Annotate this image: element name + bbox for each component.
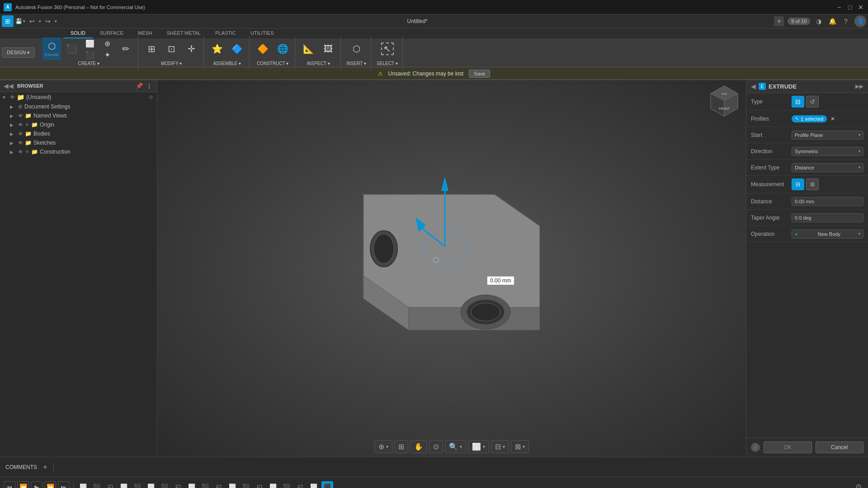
browser-document-settings[interactable]: ▶ ⚙ Document Settings <box>0 102 157 111</box>
app-menu-button[interactable]: ⊞ <box>2 15 14 27</box>
browser-sketches[interactable]: ▶ 👁 📁 Sketches <box>0 138 157 147</box>
browser-expand-button[interactable]: | <box>145 82 153 90</box>
browser-construction[interactable]: ▶ 👁 ✧ 📁 Construction <box>0 147 157 156</box>
inspect-label[interactable]: INSPECT ▾ <box>305 60 332 68</box>
sketch-button[interactable]: ✏ <box>116 38 135 60</box>
play-to-start-button[interactable]: ⏮ <box>4 481 15 488</box>
sketches-eye-icon[interactable]: 👁 <box>18 140 23 145</box>
cancel-button[interactable]: Cancel <box>816 441 864 453</box>
construct-btn-1[interactable]: 🔶 <box>253 38 272 60</box>
bodies-eye-icon[interactable]: 👁 <box>18 131 23 136</box>
browser-bodies[interactable]: ▶ 👁 📁 Bodies <box>0 129 157 138</box>
play-button[interactable]: ▶ <box>31 481 42 488</box>
play-forward-button[interactable]: ⏩ <box>44 481 56 488</box>
timeline-btn-2[interactable]: ⬛ <box>91 481 103 488</box>
viewport-size-button[interactable]: ⬜ ▾ <box>468 440 489 453</box>
select-dropdown[interactable]: SELECT ▾ <box>375 60 400 67</box>
assemble-dropdown[interactable]: ASSEMBLE ▾ <box>211 60 243 67</box>
browser-named-views[interactable]: ▶ 👁 📁 Named Views <box>0 111 157 120</box>
modify-btn-1[interactable]: ⊞ <box>142 38 161 60</box>
timeline-btn-18[interactable]: ⬜ <box>308 481 320 488</box>
timeline-btn-17[interactable]: ◱ <box>294 481 306 488</box>
construction-eye-icon[interactable]: 👁 <box>18 149 23 155</box>
view-cube[interactable]: FRONT TOP <box>706 84 742 120</box>
timeline-btn-4[interactable]: ⬜ <box>118 481 130 488</box>
create-dropdown[interactable]: CREATE ▾ <box>76 60 101 67</box>
measurement-btn-1[interactable]: ⊟ <box>792 178 804 190</box>
help-button[interactable]: ? <box>841 16 851 26</box>
user-avatar[interactable]: 👤 <box>854 15 866 27</box>
direction-dropdown[interactable]: Symmetric ▾ <box>792 147 863 156</box>
orbit-button[interactable]: ✋ <box>410 440 427 453</box>
play-to-end-button[interactable]: ⏭ <box>58 481 70 488</box>
timeline-btn-10[interactable]: ⬛ <box>199 481 211 488</box>
select-label[interactable]: SELECT ▾ <box>375 60 400 68</box>
timeline-btn-15[interactable]: ⬜ <box>267 481 279 488</box>
theme-button[interactable]: ◑ <box>814 16 824 26</box>
create-solid-btn[interactable]: ⬛ <box>62 38 81 60</box>
inspect-btn-2[interactable]: 🖼 <box>319 38 338 60</box>
measurement-btn-2[interactable]: ⊠ <box>806 178 819 190</box>
panel-collapse-left[interactable]: ◀ <box>751 83 756 90</box>
distance-input[interactable] <box>792 197 863 206</box>
create-btn-3[interactable]: ⊕ <box>99 38 115 49</box>
create-btn-4[interactable]: ✦ <box>99 49 115 60</box>
look-at-button[interactable]: ⊙ <box>429 440 443 453</box>
redo-button[interactable]: ↪ <box>43 16 53 26</box>
display-settings-button[interactable]: ⊠ ▾ <box>511 440 529 453</box>
inspect-btn-1[interactable]: 📐 <box>299 38 318 60</box>
modify-dropdown[interactable]: MODIFY ▾ <box>159 60 184 67</box>
notification-bell[interactable]: 🔔 <box>827 16 837 26</box>
timeline-btn-6[interactable]: ⬜ <box>145 481 157 488</box>
close-button[interactable]: ✕ <box>857 4 864 11</box>
zoom-button[interactable]: 🔍 ▾ <box>445 440 466 453</box>
modify-label[interactable]: MODIFY ▾ <box>159 60 184 68</box>
design-button[interactable]: DESIGN ▾ <box>2 47 35 58</box>
select-btn[interactable]: ↖ <box>378 38 397 60</box>
file-button[interactable]: 💾▾ <box>15 18 25 24</box>
type-extrude-btn[interactable]: ⊟ <box>792 96 804 108</box>
maximize-button[interactable]: □ <box>846 4 854 11</box>
inspect-dropdown[interactable]: INSPECT ▾ <box>305 60 332 67</box>
taper-input[interactable] <box>792 213 863 222</box>
create-btn-1[interactable]: ⬜ <box>82 38 98 49</box>
play-back-button[interactable]: ⏪ <box>17 481 29 488</box>
assemble-label[interactable]: ASSEMBLE ▾ <box>211 60 243 68</box>
grid-display-button[interactable]: ⊟ ▾ <box>491 440 509 453</box>
timeline-btn-5[interactable]: ⬛ <box>132 481 143 488</box>
minimize-button[interactable]: − <box>835 4 843 11</box>
profiles-pill[interactable]: ↖ 1 selected <box>792 115 827 122</box>
named-views-eye-icon[interactable]: 👁 <box>18 113 23 118</box>
timeline-btn-14[interactable]: ◱ <box>254 481 265 488</box>
operation-dropdown[interactable]: ● New Body ▾ <box>792 230 863 239</box>
create-label[interactable]: CREATE ▾ <box>76 60 101 68</box>
timeline-btn-12[interactable]: ⬜ <box>226 481 238 488</box>
timeline-btn-11[interactable]: ◱ <box>213 481 225 488</box>
profiles-clear-button[interactable]: ✕ <box>830 116 835 122</box>
save-button[interactable]: Save <box>469 70 490 78</box>
add-tab-button[interactable]: + <box>774 16 784 26</box>
move-btn[interactable]: ✛ <box>182 38 201 60</box>
insert-btn-1[interactable]: ⬡ <box>347 38 366 60</box>
timeline-btn-16[interactable]: ⬛ <box>281 481 292 488</box>
timeline-settings-button[interactable]: ⚙ <box>853 481 864 488</box>
timeline-btn-active[interactable]: ⬛ <box>321 481 333 488</box>
redo-dropdown[interactable]: ▾ <box>55 19 57 23</box>
timeline-btn-9[interactable]: ⬜ <box>186 481 198 488</box>
modify-btn-2[interactable]: ⊡ <box>162 38 181 60</box>
timeline-btn-1[interactable]: ⬜ <box>77 481 89 488</box>
origin-eye-icon[interactable]: 👁 <box>18 122 23 127</box>
panel-expand-right[interactable]: ▶▶ <box>855 83 863 89</box>
root-settings-icon[interactable]: ⚙ <box>149 94 153 100</box>
snap-button[interactable]: ⊕ ▾ <box>374 440 392 453</box>
browser-pin-button[interactable]: 📌 <box>135 82 143 90</box>
timeline-btn-3[interactable]: ◱ <box>104 481 116 488</box>
info-button[interactable]: i <box>751 443 760 452</box>
grid-button[interactable]: ⊞ <box>394 440 408 453</box>
insert-label[interactable]: INSERT ▾ <box>344 60 368 68</box>
timeline-btn-7[interactable]: ⬛ <box>159 481 170 488</box>
undo-button[interactable]: ↩ <box>27 16 37 26</box>
construct-dropdown[interactable]: CONSTRUCT ▾ <box>255 60 290 67</box>
insert-dropdown[interactable]: INSERT ▾ <box>344 60 368 67</box>
create-btn-2[interactable]: ⬛ <box>82 49 98 60</box>
